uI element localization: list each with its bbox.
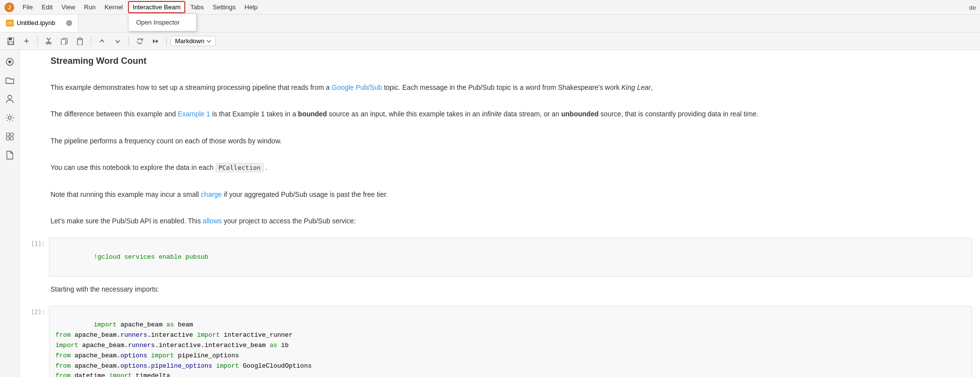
imports-label-text: Starting with the necessary imports: — [50, 284, 972, 295]
plain-17: datetime — [71, 372, 109, 377]
toolbar-separator-1 — [37, 36, 38, 46]
para3-text: The pipeline performs a frequency count … — [50, 135, 972, 146]
title-cell: Streaming Word Count — [20, 50, 980, 76]
imports-label-wrapper: Starting with the necessary imports: — [20, 278, 980, 304]
notebook-tab[interactable]: nb Untitled.ipynb — [0, 15, 78, 32]
menu-edit[interactable]: Edit — [38, 2, 56, 12]
mod-options-2: options — [121, 362, 148, 370]
para5-text: Note that running this example may incur… — [50, 189, 972, 200]
kw-as-2: as — [270, 342, 277, 349]
paste-button[interactable] — [73, 35, 87, 48]
code-cell-2[interactable]: import apache_beam as beam from apache_b… — [49, 306, 972, 377]
code-cell-2-wrapper: [2]: import apache_beam as beam from apa… — [20, 305, 980, 377]
menu-settings[interactable]: Settings — [209, 2, 240, 12]
svg-point-13 — [8, 116, 11, 119]
link-allows[interactable]: allows — [203, 217, 222, 225]
link-charge[interactable]: charge — [201, 190, 222, 198]
mod-runners-2: runners — [128, 342, 155, 349]
paragraph-3: The pipeline performs a frequency count … — [49, 130, 980, 156]
para5-cell: Note that running this example may incur… — [20, 183, 980, 210]
para3-cell: The pipeline performs a frequency count … — [20, 130, 980, 156]
menu-file[interactable]: File — [19, 2, 37, 12]
add-cell-button[interactable]: + — [20, 35, 33, 48]
plain-1: apache_beam — [117, 321, 166, 328]
para6-cell: Let's make sure the Pub/Sub API is enabl… — [20, 210, 980, 236]
plain-9: ib — [277, 342, 289, 349]
kw-from-3: from — [55, 362, 71, 370]
link-example1[interactable]: Example 1 — [178, 110, 210, 118]
sidebar-icon-settings[interactable] — [2, 110, 18, 126]
main-area: Streaming Word Count This example demons… — [0, 50, 980, 377]
menu-kernel[interactable]: Kernel — [101, 2, 127, 12]
paragraph-4: You can use this notebook to explore the… — [49, 156, 980, 183]
para6-text: Let's make sure the Pub/Sub API is enabl… — [50, 215, 972, 226]
notebook-tab-close[interactable] — [66, 20, 72, 26]
notebook-content: Streaming Word Count This example demons… — [20, 50, 980, 377]
save-button[interactable] — [4, 35, 18, 48]
svg-rect-4 — [9, 38, 12, 40]
cell-type-selector[interactable]: Markdown — [171, 36, 216, 46]
para1-cell: This example demonstrates how to set up … — [20, 76, 980, 103]
menu-help[interactable]: Help — [241, 2, 262, 12]
para1-text: This example demonstrates how to set up … — [50, 82, 972, 93]
menu-view[interactable]: View — [57, 2, 79, 12]
mod-runners-1: runners — [121, 331, 148, 339]
fast-forward-button[interactable] — [149, 35, 162, 48]
para2-text: The difference between this example and … — [50, 108, 972, 119]
sidebar-icon-person[interactable] — [2, 91, 18, 107]
code-cell-1-content: !gcloud services enable pubsub — [50, 238, 972, 276]
cut-button[interactable] — [42, 35, 55, 48]
plain-2: beam — [174, 321, 193, 328]
menu-interactive-beam[interactable]: Interactive Beam — [128, 1, 186, 13]
plain-13: apache_beam. — [71, 362, 120, 370]
sidebar-icon-folder[interactable] — [2, 73, 18, 88]
pcollection-code: PCollection — [216, 163, 264, 172]
svg-point-12 — [8, 95, 12, 99]
svg-point-2 — [67, 21, 71, 25]
para4-cell: You can use this notebook to explore the… — [20, 156, 980, 183]
move-up-button[interactable] — [95, 35, 109, 48]
para4-text: You can use this notebook to explore the… — [50, 162, 972, 173]
kw-from-2: from — [55, 352, 71, 359]
copy-button[interactable] — [57, 35, 71, 48]
kw-import-4: import — [151, 352, 174, 359]
kw-import-3: import — [55, 342, 78, 349]
toolbar-separator-4 — [166, 36, 167, 46]
kw-import-1: import — [94, 321, 117, 328]
refresh-button[interactable] — [133, 35, 147, 48]
bang-gcloud: !gcloud services enable pubsub — [94, 253, 208, 261]
svg-rect-17 — [10, 137, 13, 140]
plain-11 — [147, 352, 151, 359]
sidebar-icon-circle[interactable] — [2, 54, 18, 70]
cell-type-chevron-icon — [206, 40, 211, 43]
code-cell-1[interactable]: !gcloud services enable pubsub — [49, 238, 972, 277]
code-cell-1-wrapper: [1]: !gcloud services enable pubsub — [20, 237, 980, 278]
toolbar-separator-2 — [91, 36, 91, 46]
link-google-pubsub[interactable]: Google Pub/Sub — [332, 83, 382, 91]
sidebar-icon-file[interactable] — [2, 147, 18, 163]
svg-rect-15 — [10, 133, 13, 136]
paragraph-1: This example demonstrates how to set up … — [49, 76, 980, 103]
open-inspector-item[interactable]: Open Inspector — [128, 16, 196, 29]
plain-10: apache_beam. — [71, 352, 120, 359]
notebook-h1: Streaming Word Count — [50, 56, 972, 66]
sidebar-icon-puzzle[interactable] — [2, 129, 18, 144]
interactive-beam-dropdown: Open Inspector — [128, 13, 197, 31]
top-right-label: de — [969, 4, 976, 11]
cell-type-label: Markdown — [175, 37, 204, 45]
menu-run[interactable]: Run — [80, 2, 100, 12]
add-icon: + — [24, 37, 29, 46]
move-down-button[interactable] — [111, 35, 125, 48]
toolbar-separator-3 — [128, 36, 129, 46]
mod-options-1: options — [121, 352, 148, 359]
menu-tabs[interactable]: Tabs — [186, 2, 207, 12]
app-logo: J — [4, 2, 15, 13]
plain-6: apache_beam. — [78, 342, 128, 349]
svg-text:J: J — [8, 4, 11, 10]
paragraph-2: The difference between this example and … — [49, 103, 980, 129]
toolbar: + Markdown — [0, 32, 980, 50]
para2-cell: The difference between this example and … — [20, 103, 980, 129]
notebook-tab-icon: nb — [6, 20, 14, 27]
kw-import-6: import — [109, 372, 132, 377]
svg-rect-14 — [6, 133, 9, 136]
